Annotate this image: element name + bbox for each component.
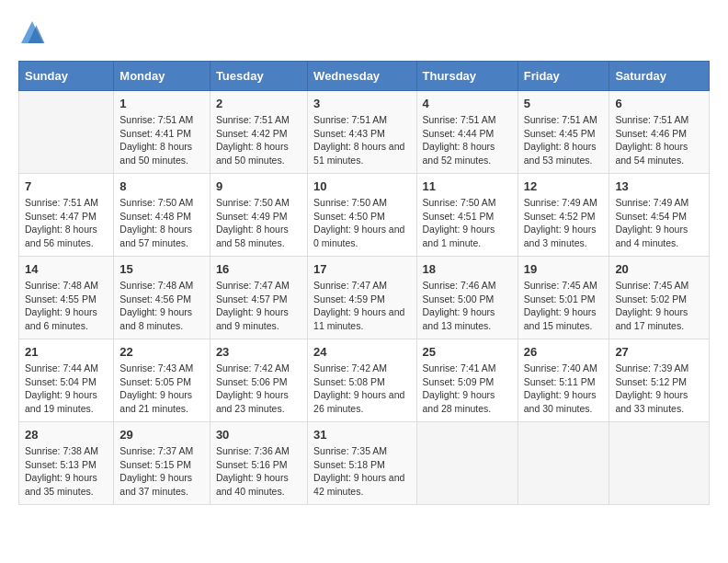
day-info: Sunrise: 7:47 AMSunset: 4:59 PMDaylight:…: [313, 279, 410, 333]
day-info: Sunrise: 7:36 AMSunset: 5:16 PMDaylight:…: [216, 444, 301, 499]
calendar-table: SundayMondayTuesdayWednesdayThursdayFrid…: [18, 61, 710, 505]
calendar-cell: 11Sunrise: 7:50 AMSunset: 4:51 PMDayligh…: [416, 174, 518, 257]
calendar-cell: 7Sunrise: 7:51 AMSunset: 4:47 PMDaylight…: [19, 174, 114, 257]
header-day-sunday: Sunday: [19, 62, 114, 91]
calendar-cell: 16Sunrise: 7:47 AMSunset: 4:57 PMDayligh…: [210, 257, 307, 339]
day-number: 25: [423, 345, 512, 359]
week-row-2: 14Sunrise: 7:48 AMSunset: 4:55 PMDayligh…: [19, 257, 710, 339]
calendar-cell: 13Sunrise: 7:49 AMSunset: 4:54 PMDayligh…: [609, 174, 710, 257]
header-day-thursday: Thursday: [416, 62, 518, 91]
calendar-cell: 17Sunrise: 7:47 AMSunset: 4:59 PMDayligh…: [308, 257, 416, 339]
day-info: Sunrise: 7:50 AMSunset: 4:49 PMDaylight:…: [216, 196, 301, 250]
calendar-cell: 18Sunrise: 7:46 AMSunset: 5:00 PMDayligh…: [416, 257, 518, 339]
calendar-cell: 6Sunrise: 7:51 AMSunset: 4:46 PMDaylight…: [609, 91, 710, 174]
calendar-cell: 21Sunrise: 7:44 AMSunset: 5:04 PMDayligh…: [19, 339, 114, 422]
day-number: 2: [216, 97, 301, 110]
day-info: Sunrise: 7:43 AMSunset: 5:05 PMDaylight:…: [119, 362, 204, 416]
calendar-cell: 10Sunrise: 7:50 AMSunset: 4:50 PMDayligh…: [308, 174, 416, 257]
calendar-header: SundayMondayTuesdayWednesdayThursdayFrid…: [19, 62, 710, 91]
header-day-friday: Friday: [518, 62, 609, 91]
logo-icon: [18, 18, 46, 46]
day-info: Sunrise: 7:40 AMSunset: 5:11 PMDaylight:…: [524, 362, 604, 416]
header-day-saturday: Saturday: [609, 62, 710, 91]
week-row-4: 28Sunrise: 7:38 AMSunset: 5:13 PMDayligh…: [19, 422, 710, 505]
logo: [18, 18, 50, 46]
calendar-cell: 4Sunrise: 7:51 AMSunset: 4:44 PMDaylight…: [416, 91, 518, 174]
day-number: 5: [524, 97, 604, 110]
day-number: 4: [423, 97, 512, 110]
day-info: Sunrise: 7:51 AMSunset: 4:45 PMDaylight:…: [524, 113, 604, 167]
header-day-monday: Monday: [114, 62, 210, 91]
calendar-cell: 26Sunrise: 7:40 AMSunset: 5:11 PMDayligh…: [518, 339, 609, 422]
calendar-cell: 2Sunrise: 7:51 AMSunset: 4:42 PMDaylight…: [210, 91, 307, 174]
week-row-3: 21Sunrise: 7:44 AMSunset: 5:04 PMDayligh…: [19, 339, 710, 422]
calendar-cell: 22Sunrise: 7:43 AMSunset: 5:05 PMDayligh…: [114, 339, 210, 422]
day-info: Sunrise: 7:38 AMSunset: 5:13 PMDaylight:…: [25, 444, 108, 499]
day-info: Sunrise: 7:48 AMSunset: 4:55 PMDaylight:…: [25, 279, 108, 333]
day-info: Sunrise: 7:48 AMSunset: 4:56 PMDaylight:…: [119, 279, 204, 333]
day-info: Sunrise: 7:44 AMSunset: 5:04 PMDaylight:…: [25, 362, 108, 416]
day-info: Sunrise: 7:50 AMSunset: 4:51 PMDaylight:…: [423, 196, 512, 250]
week-row-0: 1Sunrise: 7:51 AMSunset: 4:41 PMDaylight…: [19, 91, 710, 174]
calendar-cell: 24Sunrise: 7:42 AMSunset: 5:08 PMDayligh…: [308, 339, 416, 422]
calendar-body: 1Sunrise: 7:51 AMSunset: 4:41 PMDaylight…: [19, 91, 710, 505]
day-info: Sunrise: 7:41 AMSunset: 5:09 PMDaylight:…: [423, 362, 512, 416]
day-info: Sunrise: 7:51 AMSunset: 4:47 PMDaylight:…: [25, 196, 108, 250]
day-number: 24: [313, 345, 410, 359]
calendar-cell: 20Sunrise: 7:45 AMSunset: 5:02 PMDayligh…: [609, 257, 710, 339]
day-info: Sunrise: 7:42 AMSunset: 5:06 PMDaylight:…: [216, 362, 301, 416]
day-number: 6: [615, 97, 703, 110]
day-number: 23: [216, 345, 301, 359]
day-number: 12: [524, 179, 604, 193]
day-info: Sunrise: 7:51 AMSunset: 4:42 PMDaylight:…: [216, 113, 301, 167]
day-number: 27: [615, 345, 703, 359]
day-number: 8: [119, 179, 204, 193]
calendar-cell: 28Sunrise: 7:38 AMSunset: 5:13 PMDayligh…: [19, 422, 114, 505]
day-number: 21: [25, 345, 108, 359]
day-number: 26: [524, 345, 604, 359]
day-info: Sunrise: 7:35 AMSunset: 5:18 PMDaylight:…: [313, 444, 410, 499]
day-number: 11: [423, 179, 512, 193]
calendar-cell: 8Sunrise: 7:50 AMSunset: 4:48 PMDaylight…: [114, 174, 210, 257]
day-info: Sunrise: 7:45 AMSunset: 5:01 PMDaylight:…: [524, 279, 604, 333]
calendar-cell: 23Sunrise: 7:42 AMSunset: 5:06 PMDayligh…: [210, 339, 307, 422]
header-row: SundayMondayTuesdayWednesdayThursdayFrid…: [19, 62, 710, 91]
day-info: Sunrise: 7:49 AMSunset: 4:54 PMDaylight:…: [615, 196, 703, 250]
day-number: 7: [25, 179, 108, 193]
day-number: 9: [216, 179, 301, 193]
calendar-cell: 15Sunrise: 7:48 AMSunset: 4:56 PMDayligh…: [114, 257, 210, 339]
header-day-wednesday: Wednesday: [308, 62, 416, 91]
day-info: Sunrise: 7:50 AMSunset: 4:48 PMDaylight:…: [119, 196, 204, 250]
day-number: 14: [25, 262, 108, 276]
day-number: 19: [524, 262, 604, 276]
day-info: Sunrise: 7:42 AMSunset: 5:08 PMDaylight:…: [313, 362, 410, 416]
day-number: 29: [119, 428, 204, 442]
day-info: Sunrise: 7:51 AMSunset: 4:44 PMDaylight:…: [423, 113, 512, 167]
day-info: Sunrise: 7:37 AMSunset: 5:15 PMDaylight:…: [119, 444, 204, 499]
day-info: Sunrise: 7:46 AMSunset: 5:00 PMDaylight:…: [423, 279, 512, 333]
day-info: Sunrise: 7:49 AMSunset: 4:52 PMDaylight:…: [524, 196, 604, 250]
day-number: 17: [313, 262, 410, 276]
calendar-cell: 9Sunrise: 7:50 AMSunset: 4:49 PMDaylight…: [210, 174, 307, 257]
day-number: 1: [119, 97, 204, 110]
calendar-cell: 19Sunrise: 7:45 AMSunset: 5:01 PMDayligh…: [518, 257, 609, 339]
calendar-cell: 5Sunrise: 7:51 AMSunset: 4:45 PMDaylight…: [518, 91, 609, 174]
calendar-cell: 30Sunrise: 7:36 AMSunset: 5:16 PMDayligh…: [210, 422, 307, 505]
calendar-cell: [609, 422, 710, 505]
day-info: Sunrise: 7:51 AMSunset: 4:41 PMDaylight:…: [119, 113, 204, 167]
calendar-cell: [416, 422, 518, 505]
day-number: 30: [216, 428, 301, 442]
day-info: Sunrise: 7:39 AMSunset: 5:12 PMDaylight:…: [615, 362, 703, 416]
day-info: Sunrise: 7:50 AMSunset: 4:50 PMDaylight:…: [313, 196, 410, 250]
day-info: Sunrise: 7:51 AMSunset: 4:43 PMDaylight:…: [313, 113, 410, 167]
calendar-cell: [19, 91, 114, 174]
day-info: Sunrise: 7:51 AMSunset: 4:46 PMDaylight:…: [615, 113, 703, 167]
calendar-cell: 3Sunrise: 7:51 AMSunset: 4:43 PMDaylight…: [308, 91, 416, 174]
day-number: 31: [313, 428, 410, 442]
calendar-cell: 25Sunrise: 7:41 AMSunset: 5:09 PMDayligh…: [416, 339, 518, 422]
day-number: 22: [119, 345, 204, 359]
week-row-1: 7Sunrise: 7:51 AMSunset: 4:47 PMDaylight…: [19, 174, 710, 257]
day-number: 18: [423, 262, 512, 276]
day-info: Sunrise: 7:45 AMSunset: 5:02 PMDaylight:…: [615, 279, 703, 333]
day-number: 16: [216, 262, 301, 276]
